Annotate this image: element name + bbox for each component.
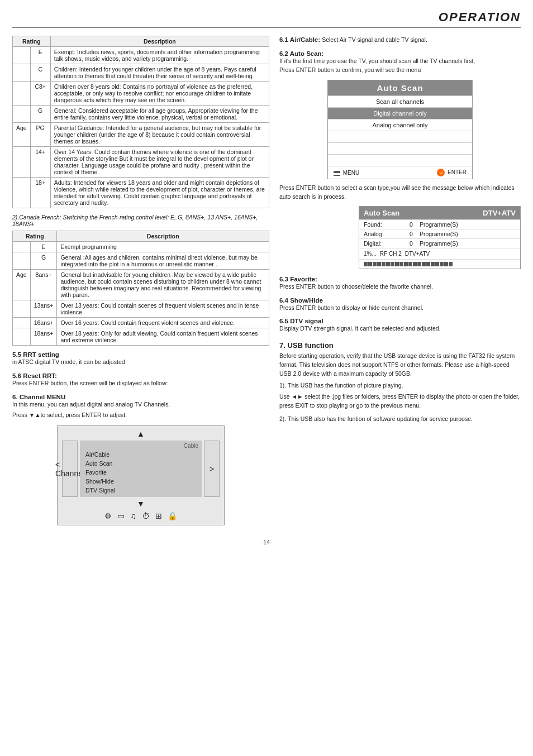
age-cell bbox=[13, 106, 31, 123]
desc-cell: Exempt: Includes news, sports, documents… bbox=[50, 47, 269, 64]
dtv-row-label: Digital: bbox=[364, 240, 403, 247]
rating-cell: 18ans+ bbox=[30, 328, 57, 346]
section-61-title: 6.1 Air/Cable: bbox=[279, 36, 320, 43]
dtv-row-val: 0 bbox=[403, 231, 420, 237]
section-62-title: 6.2 Auto Scan: bbox=[279, 50, 323, 57]
icon-bar: ⚙ ▭ ♫ ⏱ ⊞ 🔒 bbox=[62, 511, 220, 520]
auto-scan-box: Auto Scan Scan all channelsDigital chann… bbox=[327, 80, 473, 179]
progress-block bbox=[395, 262, 399, 266]
rating-cell: C bbox=[30, 64, 50, 82]
grid-icon: ⊞ bbox=[155, 511, 162, 520]
right-nav-arrow[interactable]: > bbox=[204, 441, 220, 497]
age-cell bbox=[13, 178, 31, 208]
rating-cell: 14+ bbox=[30, 147, 50, 178]
music-icon: ♫ bbox=[130, 511, 136, 520]
auto-scan-item[interactable]: Digital channel only bbox=[328, 107, 472, 119]
right-column: 6.1 Air/Cable: Select Air TV signal and … bbox=[279, 36, 521, 530]
progress-block bbox=[444, 262, 448, 266]
section-64-text: Press ENTER button to display or hide cu… bbox=[279, 304, 423, 311]
auto-scan-title: Auto Scan bbox=[328, 80, 472, 95]
rating-cell: 18+ bbox=[30, 178, 50, 208]
table-row: GGeneral :All ages and children, contain… bbox=[13, 252, 269, 270]
top-arrow: ▲ bbox=[62, 429, 220, 438]
section-55-text: in ATSC digital TV mode, it can be adjus… bbox=[12, 358, 125, 365]
channel-menu-item[interactable]: Show/Hide bbox=[83, 477, 198, 486]
canada-note: 2).Canada French: Switching the French-r… bbox=[12, 214, 269, 227]
section-7-text4: 2). This USB also has the funtion of sof… bbox=[279, 415, 521, 424]
table-row: 18+Adults: Intended for viewers 18 years… bbox=[13, 178, 269, 208]
section-56-text: Press ENTER button, the screen will be d… bbox=[12, 380, 168, 386]
auto-scan-bottom-bar: MENU ⊙ ENTER bbox=[328, 166, 472, 179]
section-64: 6.4 Show/Hide Press ENTER button to disp… bbox=[279, 297, 521, 313]
rating-cell: C8+ bbox=[30, 82, 50, 106]
auto-scan-item bbox=[328, 154, 472, 166]
age-cell bbox=[13, 328, 31, 346]
progress-block bbox=[373, 262, 377, 266]
left-nav-arrow[interactable]: < Channel bbox=[62, 441, 78, 497]
channel-menu-item[interactable]: DTV Signal bbox=[83, 486, 198, 495]
channel-menu-header: Cable bbox=[83, 443, 198, 449]
rating2-col-header: Rating bbox=[13, 231, 57, 242]
progress-block bbox=[391, 262, 394, 266]
channel-menu-item[interactable]: Air/Cable bbox=[83, 450, 198, 459]
desc-cell: Adults: Intended for viewers 18 years an… bbox=[50, 178, 269, 208]
progress-block bbox=[422, 262, 426, 266]
table-row: EExempt: Includes news, sports, document… bbox=[13, 47, 269, 64]
channel-menu-box: ▲ < Channel Cable Air/CableAuto ScanFavo… bbox=[57, 425, 225, 525]
dtv-progress-mode: DTV+ATV bbox=[405, 251, 430, 257]
section-64-title: 6.4 Show/Hide bbox=[279, 297, 323, 304]
dtv-scan-row: Digital:0Programme(S) bbox=[359, 238, 520, 248]
table-row: GGeneral: Considered acceptable for all … bbox=[13, 106, 269, 123]
auto-scan-item bbox=[328, 142, 472, 154]
menu-icon bbox=[334, 171, 340, 176]
channel-menu-item[interactable]: Favorite bbox=[83, 468, 198, 477]
page-title: OPERATION bbox=[12, 10, 521, 25]
dtv-progress-bar bbox=[364, 262, 516, 266]
desc2-col-header: Description bbox=[57, 231, 269, 242]
menu-label: MENU bbox=[343, 170, 359, 176]
rating-cell: E bbox=[30, 47, 50, 64]
desc-cell: Parental Guidance: Intended for a genera… bbox=[50, 123, 269, 147]
rating-table-1: Rating Description EExempt: Includes new… bbox=[12, 36, 269, 208]
dtv-progress-ch: RF CH 2 bbox=[380, 251, 402, 257]
rating-cell: 13ans+ bbox=[30, 300, 57, 318]
dtv-scan-row: Found:0Programme(S) bbox=[359, 219, 520, 229]
section-6-text: In this menu, you can adjust digital and… bbox=[12, 400, 269, 409]
section-55-title: 5.5 RRT setting bbox=[12, 351, 59, 358]
clock-icon: ⏱ bbox=[142, 511, 150, 520]
section-55: 5.5 RRT setting in ATSC digital TV mode,… bbox=[12, 351, 269, 367]
rating-table-2: Rating Description EExempt programmingGG… bbox=[12, 231, 269, 346]
rating-col-header: Rating bbox=[13, 36, 51, 47]
progress-block bbox=[364, 262, 368, 266]
age-cell bbox=[13, 318, 31, 328]
section-61-text: Select Air TV signal and cable TV signal… bbox=[322, 36, 427, 43]
rating-cell: E bbox=[30, 242, 57, 252]
channel-menu-inner: < Channel Cable Air/CableAuto ScanFavori… bbox=[62, 441, 220, 497]
dtv-row-label: Found: bbox=[364, 221, 403, 228]
age-cell: Age bbox=[13, 270, 31, 300]
enter-button[interactable]: ⊙ ENTER bbox=[437, 169, 467, 176]
dtv-row-prog: Programme(S) bbox=[420, 221, 516, 228]
dtv-title-left: Auto Scan bbox=[364, 209, 483, 217]
section-65-text: Display DTV strength signal. It can't be… bbox=[279, 325, 441, 332]
table-row: EExempt programming bbox=[13, 242, 269, 252]
progress-block bbox=[413, 262, 417, 266]
section-61: 6.1 Air/Cable: Select Air TV signal and … bbox=[279, 36, 521, 45]
menu-button[interactable]: MENU bbox=[334, 170, 359, 176]
table-row: AgePGParental Guidance: Intended for a g… bbox=[13, 123, 269, 147]
auto-scan-item[interactable]: Scan all channels bbox=[328, 95, 472, 107]
left-column: Rating Description EExempt: Includes new… bbox=[12, 36, 269, 530]
progress-block bbox=[431, 262, 435, 266]
section-7: 7. USB function Before starting operatio… bbox=[279, 341, 521, 423]
dtv-row-val: 0 bbox=[403, 240, 420, 247]
dtv-row-val: 0 bbox=[403, 221, 420, 228]
auto-scan-item[interactable]: Analog channel only bbox=[328, 119, 472, 131]
dtv-scan-box: Auto Scan DTV+ATV Found:0Programme(S)Ana… bbox=[359, 206, 521, 269]
dtv-scan-title: Auto Scan DTV+ATV bbox=[359, 207, 520, 219]
desc-cell: Children over 8 years old: Contains no p… bbox=[50, 82, 269, 106]
channel-menu-item[interactable]: Auto Scan bbox=[83, 459, 198, 468]
age-cell bbox=[13, 47, 31, 64]
dtv-row-label: Analog: bbox=[364, 231, 403, 237]
desc-cell: General but inadvisable for young childr… bbox=[57, 270, 269, 300]
table-row: 13ans+Over 13 years: Could contain scene… bbox=[13, 300, 269, 318]
